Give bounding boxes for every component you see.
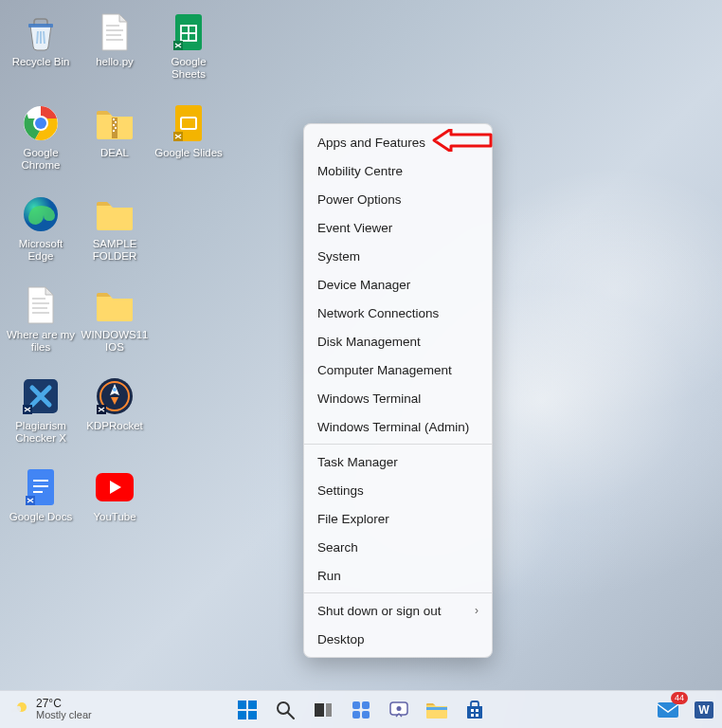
svg-rect-35 — [238, 701, 246, 709]
desktop-icon-deal-folder[interactable]: DEAL — [78, 97, 152, 188]
taskbar-mail-button[interactable]: 44 — [654, 696, 682, 724]
menu-item-label: Settings — [317, 483, 364, 498]
svg-point-28 — [113, 388, 117, 391]
menu-item-windows-terminal[interactable]: Windows Terminal — [304, 384, 492, 412]
menu-item-label: Windows Terminal — [317, 391, 421, 406]
menu-item-desktop[interactable]: Desktop — [304, 625, 492, 653]
menu-item-label: Task Manager — [317, 455, 398, 469]
desktop-icon-label: Google Sheets — [153, 56, 225, 80]
desktop-icon-youtube[interactable]: YouTube — [78, 461, 152, 552]
menu-item-label: Power Options — [317, 192, 402, 207]
taskbar-microsoft-store-button[interactable] — [460, 696, 489, 724]
desktop-icon-kdprocket[interactable]: KDPRocket — [78, 370, 152, 461]
svg-text:W: W — [698, 703, 710, 717]
desktop-icon-google-docs[interactable]: Google Docs — [4, 461, 78, 552]
winx-context-menu[interactable]: Apps and Features Mobility Centre Power … — [303, 123, 493, 658]
svg-point-48 — [397, 706, 402, 711]
taskbar-search-button[interactable] — [271, 696, 299, 724]
desktop-icon-label: SAMPLE FOLDER — [79, 238, 151, 262]
taskbar-weather-widget[interactable]: 27°C Mostly clear — [0, 698, 101, 720]
menu-item-label: Mobility Centre — [317, 164, 403, 178]
taskbar-word-button[interactable]: W — [690, 696, 718, 724]
desktop-icon-label: Where are my files — [5, 329, 77, 353]
svg-rect-49 — [426, 707, 447, 710]
desktop-icon-label: YouTube — [93, 511, 135, 523]
menu-item-label: Apps and Features — [317, 136, 425, 150]
chevron-right-icon: › — [475, 604, 478, 617]
google-chrome-icon — [20, 102, 62, 144]
desktop-icon-google-slides[interactable]: Google Slides — [152, 97, 226, 188]
desktop-icon-label: KDPRocket — [86, 420, 142, 432]
svg-rect-16 — [115, 127, 117, 129]
menu-item-event-viewer[interactable]: Event Viewer — [304, 213, 492, 242]
svg-point-39 — [278, 702, 289, 714]
desktop-icon-label: hello.py — [96, 56, 134, 68]
svg-rect-42 — [326, 703, 332, 717]
folder-icon — [94, 284, 135, 326]
menu-item-search[interactable]: Search — [304, 533, 492, 561]
menu-item-shut-down-or-sign-out[interactable]: Shut down or sign out› — [304, 596, 492, 625]
desktop-icon-sample-folder[interactable]: SAMPLE FOLDER — [78, 188, 152, 279]
menu-item-label: Desktop — [317, 632, 365, 646]
menu-item-network-connections[interactable]: Network Connections — [304, 299, 492, 327]
menu-item-power-options[interactable]: Power Options — [304, 185, 492, 213]
desktop-icon-plagiarism-checker-x[interactable]: Plagiarism Checker X — [4, 370, 78, 461]
desktop-icon-google-sheets[interactable]: Google Sheets — [152, 6, 226, 97]
youtube-icon — [94, 466, 135, 508]
desktop-icon-windows11-ios-folder[interactable]: WINDOWS11 IOS — [78, 279, 152, 370]
svg-rect-54 — [658, 702, 678, 718]
svg-rect-46 — [362, 711, 370, 719]
menu-item-label: Disk Management — [317, 335, 421, 349]
annotation-arrow — [432, 129, 493, 152]
menu-item-computer-management[interactable]: Computer Management — [304, 355, 492, 384]
menu-item-label: Network Connections — [317, 306, 439, 320]
menu-item-label: System — [317, 249, 360, 264]
svg-rect-44 — [362, 701, 370, 709]
desktop-icon-recycle-bin[interactable]: Recycle Bin — [4, 6, 78, 97]
svg-rect-37 — [238, 711, 246, 719]
taskbar-file-explorer-button[interactable] — [423, 696, 451, 724]
menu-item-file-explorer[interactable]: File Explorer — [304, 504, 492, 533]
plagiarism-checker-x-icon — [20, 375, 62, 417]
svg-rect-52 — [471, 714, 474, 717]
svg-rect-13 — [113, 118, 115, 120]
svg-rect-14 — [115, 121, 117, 123]
svg-rect-17 — [113, 130, 115, 132]
menu-item-label: Device Manager — [317, 278, 410, 292]
desktop-icon-microsoft-edge[interactable]: Microsoft Edge — [4, 188, 78, 279]
desktop-icon-label: Google Docs — [9, 511, 72, 523]
taskbar-right: 44 W — [654, 696, 722, 724]
menu-item-windows-terminal-admin[interactable]: Windows Terminal (Admin) — [304, 412, 492, 441]
taskbar-chat-button[interactable] — [385, 696, 413, 724]
menu-separator — [304, 592, 492, 593]
menu-item-system[interactable]: System — [304, 242, 492, 270]
text-file-icon — [20, 284, 62, 326]
svg-point-11 — [35, 118, 46, 129]
microsoft-edge-icon — [20, 193, 62, 235]
menu-item-run[interactable]: Run — [304, 561, 492, 590]
desktop-icon-google-chrome[interactable]: Google Chrome — [4, 97, 78, 188]
menu-item-label: Shut down or sign out — [317, 604, 442, 618]
taskbar: 27°C Mostly clear 44 W — [0, 690, 722, 728]
folder-zip-icon — [94, 102, 135, 144]
start-button[interactable] — [233, 696, 262, 724]
google-slides-icon — [168, 102, 209, 144]
menu-separator — [304, 444, 492, 445]
taskbar-task-view-button[interactable] — [309, 696, 337, 724]
svg-rect-41 — [315, 703, 324, 717]
svg-rect-53 — [476, 714, 478, 717]
menu-item-task-manager[interactable]: Task Manager — [304, 447, 492, 476]
desktop-icon-hello-py[interactable]: hello.py — [78, 6, 152, 97]
desktop-icon-where-are-my-files[interactable]: Where are my files — [4, 279, 78, 370]
weather-icon — [9, 699, 30, 719]
menu-item-settings[interactable]: Settings — [304, 476, 492, 504]
menu-item-mobility-centre[interactable]: Mobility Centre — [304, 156, 492, 185]
svg-rect-15 — [113, 124, 115, 126]
taskbar-widgets-button[interactable] — [347, 696, 375, 724]
menu-item-device-manager[interactable]: Device Manager — [304, 270, 492, 299]
google-docs-icon — [20, 466, 62, 508]
desktop-icon-label: Google Chrome — [5, 147, 77, 171]
kdprocket-icon — [94, 375, 135, 417]
menu-item-label: Search — [317, 540, 358, 555]
menu-item-disk-management[interactable]: Disk Management — [304, 327, 492, 355]
